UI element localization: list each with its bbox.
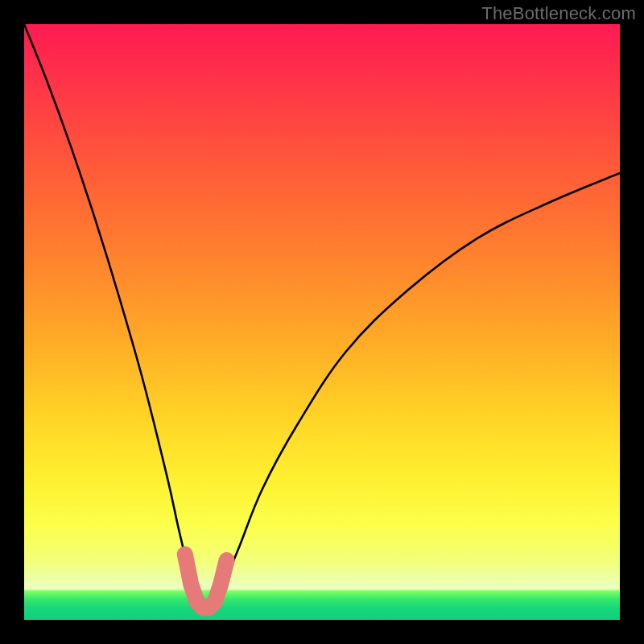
chart-frame: TheBottleneck.com (0, 0, 644, 644)
watermark-text: TheBottleneck.com (481, 3, 636, 24)
plot-area (24, 24, 620, 620)
marker-path (185, 555, 227, 609)
optimal-range-marker (24, 24, 620, 620)
